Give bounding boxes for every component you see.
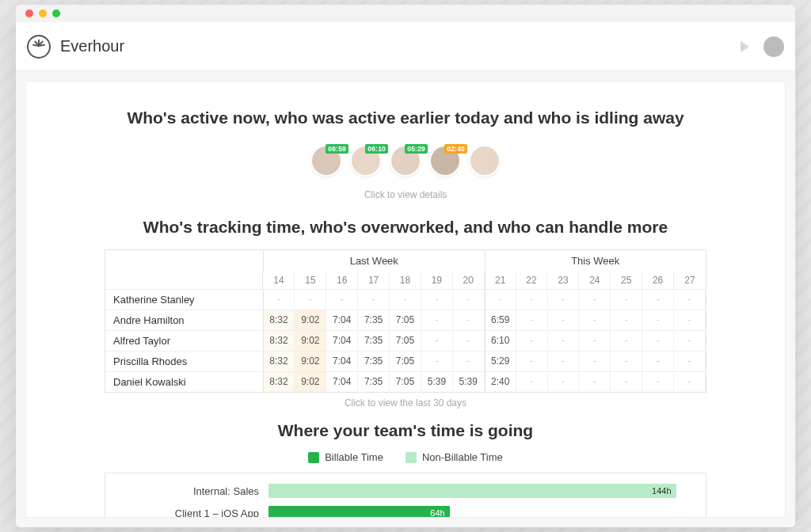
- time-cell: -: [453, 290, 485, 310]
- time-cell: -: [516, 331, 548, 351]
- table-row[interactable]: Priscilla Rhodes8:329:027:047:357:05--5:…: [105, 351, 706, 371]
- time-cell: 9:02: [295, 352, 326, 371]
- time-cell: -: [579, 331, 611, 351]
- bar-track: 144h: [268, 483, 693, 499]
- person-name-cell: Daniel Kowalski: [105, 372, 264, 392]
- time-cell: 9:02: [295, 331, 326, 351]
- person-name-cell: Andre Hamilton: [105, 310, 264, 330]
- dashboard-card: Who's active now, who was active earlier…: [25, 81, 786, 518]
- time-cell: -: [674, 331, 706, 351]
- time-cell: 8:32: [264, 331, 295, 351]
- this-week-header: This Week: [485, 250, 706, 272]
- time-cell: -: [579, 352, 611, 371]
- table-row[interactable]: Alfred Taylor8:329:027:047:357:05--6:10-…: [105, 330, 706, 351]
- bar-track: 64h: [268, 505, 693, 518]
- time-cell: 7:35: [358, 310, 390, 330]
- app-header: Everhour: [16, 22, 795, 71]
- timesheet-table[interactable]: Last Week This Week 14151617181920212223…: [105, 249, 706, 393]
- hint-view-details[interactable]: Click to view details: [364, 189, 447, 200]
- hint-30-days[interactable]: Click to view the last 30 days: [345, 397, 466, 408]
- app-window: Everhour Who's active now, who was activ…: [16, 5, 795, 527]
- time-cell: -: [358, 290, 390, 310]
- billable-bar: 64h: [268, 506, 450, 518]
- legend-nonbillable-label: Non-Billable Time: [422, 451, 503, 463]
- window-close-dot[interactable]: [25, 10, 33, 17]
- time-cell: -: [579, 290, 611, 310]
- current-user-avatar[interactable]: [763, 36, 784, 57]
- person-name-cell: Priscilla Rhodes: [105, 352, 264, 371]
- time-cell: 7:35: [358, 352, 390, 371]
- time-cell: 6:59: [485, 310, 516, 330]
- time-cell: -: [611, 290, 642, 310]
- day-header-cell: 27: [674, 272, 706, 289]
- time-cell: -: [295, 290, 326, 310]
- brand-name[interactable]: Everhour: [60, 37, 124, 55]
- time-cell: 7:04: [326, 331, 358, 351]
- day-header-cell: 26: [642, 272, 674, 289]
- time-cell: -: [642, 372, 674, 392]
- time-cell: -: [611, 352, 642, 371]
- user-avatar[interactable]: 05:29: [390, 145, 421, 177]
- play-timer-icon[interactable]: [741, 41, 749, 52]
- time-cell: -: [674, 310, 706, 330]
- chart-bar-row[interactable]: Internal: Sales144h: [118, 481, 693, 500]
- day-header-cell: 23: [547, 272, 579, 289]
- time-cell: 5:29: [485, 352, 516, 371]
- day-header-cell: 20: [453, 272, 485, 289]
- day-header-cell: 16: [326, 272, 358, 289]
- everhour-logo-icon[interactable]: [27, 35, 51, 59]
- time-cell: -: [642, 310, 674, 330]
- time-cell: 7:35: [358, 331, 390, 351]
- time-distribution-chart[interactable]: Internal: Sales144hClient 1 – iOS App64h…: [105, 473, 706, 518]
- table-row[interactable]: Daniel Kowalski8:329:027:047:357:055:395…: [105, 371, 706, 392]
- user-avatar[interactable]: [469, 145, 501, 177]
- timer-badge: 05:29: [405, 144, 428, 154]
- time-cell: -: [421, 290, 453, 310]
- window-maximize-dot[interactable]: [52, 10, 60, 17]
- user-avatar[interactable]: 06:10: [350, 145, 382, 177]
- time-cell: -: [674, 290, 706, 310]
- time-cell: 7:05: [390, 372, 421, 392]
- day-header-cell: 18: [390, 272, 421, 289]
- content-area: Who's active now, who was active earlier…: [16, 71, 795, 527]
- time-cell: -: [516, 372, 548, 392]
- time-cell: 7:04: [326, 310, 358, 330]
- time-cell: -: [516, 310, 548, 330]
- time-cell: -: [548, 290, 580, 310]
- window-minimize-dot[interactable]: [39, 10, 47, 17]
- time-cell: -: [264, 290, 295, 310]
- nonbillable-bar: 144h: [268, 484, 676, 498]
- table-row[interactable]: Andre Hamilton8:329:027:047:357:05--6:59…: [105, 310, 706, 330]
- day-header-cell: 17: [358, 272, 390, 289]
- time-cell: -: [611, 310, 642, 330]
- user-avatar[interactable]: 02:40: [429, 145, 461, 177]
- chart-bar-row[interactable]: Client 1 – iOS App64h: [118, 504, 693, 518]
- time-cell: 5:39: [453, 372, 485, 392]
- time-cell: -: [485, 290, 516, 310]
- time-cell: -: [611, 331, 642, 351]
- user-avatar[interactable]: 06:59: [310, 145, 342, 177]
- time-cell: -: [642, 290, 674, 310]
- time-cell: 2:40: [485, 372, 516, 392]
- time-cell: -: [390, 290, 421, 310]
- time-cell: -: [421, 352, 453, 371]
- time-cell: -: [548, 372, 580, 392]
- section-time-going-title: Where your team's time is going: [278, 421, 533, 440]
- legend-nonbillable-swatch: [406, 452, 417, 463]
- time-cell: -: [326, 290, 358, 310]
- time-cell: -: [642, 331, 674, 351]
- day-header-cell: 22: [516, 272, 548, 289]
- time-cell: 9:02: [295, 372, 326, 392]
- legend-billable: Billable Time: [308, 451, 383, 463]
- time-cell: 8:32: [264, 310, 295, 330]
- table-row[interactable]: Katherine Stanley--------------: [105, 289, 706, 310]
- section-tracking-title: Who's tracking time, who's overworked, a…: [143, 218, 668, 237]
- active-user-avatars: 06:5906:1005:2902:40: [310, 145, 501, 177]
- time-cell: -: [642, 352, 674, 371]
- time-cell: 7:04: [326, 352, 358, 371]
- last-week-header: Last Week: [264, 250, 485, 272]
- time-cell: -: [453, 352, 485, 371]
- timer-badge: 02:40: [444, 144, 467, 154]
- person-name-cell: Alfred Taylor: [105, 331, 264, 351]
- time-cell: -: [579, 310, 611, 330]
